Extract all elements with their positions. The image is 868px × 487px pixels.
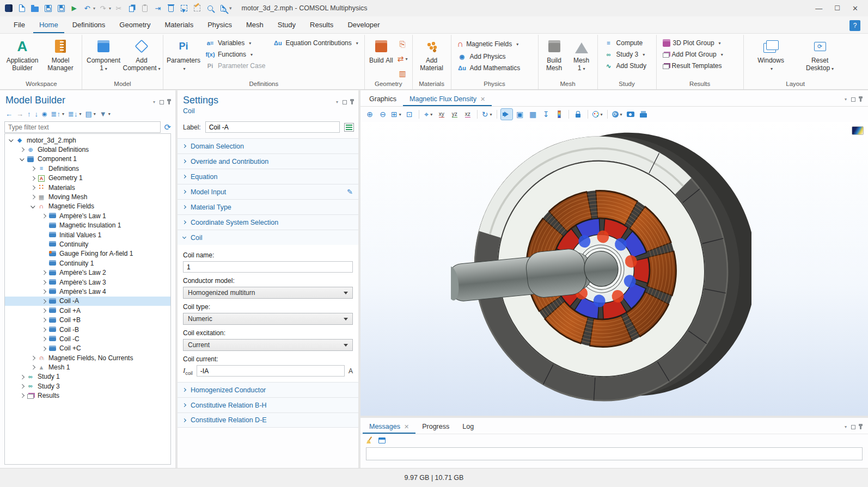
pin-icon[interactable] [351, 100, 353, 104]
create-selection-button[interactable] [344, 123, 354, 132]
clear-selection-icon[interactable] [192, 3, 203, 14]
zoom-in-icon[interactable]: ⊕ [364, 108, 376, 120]
image-effects-icon[interactable]: ▾ [591, 108, 604, 120]
tab-definitions[interactable]: Definitions [66, 17, 112, 33]
tab-physics[interactable]: Physics [201, 17, 238, 33]
search-icon[interactable] [218, 3, 229, 14]
zoom-box-icon[interactable]: ⊞▾ [390, 108, 402, 120]
expander-icon[interactable] [7, 137, 15, 144]
expander-icon[interactable] [29, 165, 37, 172]
section-domain-selection[interactable]: Domain Selection [178, 138, 358, 153]
tab-magnetic-flux-density[interactable]: Magnetic Flux Density✕ [403, 92, 492, 106]
float-panel-icon[interactable] [851, 425, 855, 429]
build-all-button[interactable]: Build All [368, 36, 394, 65]
close-button[interactable]: ✕ [852, 4, 858, 13]
tab-messages[interactable]: Messages✕ [363, 420, 415, 434]
section-coil[interactable]: Coil [178, 230, 358, 245]
new-file-icon[interactable] [16, 3, 27, 14]
move-down-icon[interactable]: ↓ [35, 110, 39, 118]
toolbar-overflow-icon[interactable]: ▾ [229, 5, 232, 11]
panel-menu-icon[interactable]: ▾ [845, 424, 847, 429]
help-button[interactable]: ? [849, 20, 860, 31]
tree-item-root[interactable]: ◆motor_3d_2.mph [5, 135, 170, 145]
tree-item-results[interactable]: Results [5, 391, 170, 400]
color-legend-icon[interactable] [553, 108, 565, 120]
zoom-extents-icon[interactable]: ⊡ [404, 108, 415, 120]
tab-study[interactable]: Study [272, 17, 302, 33]
component-button[interactable]: Component 1▾ [85, 36, 121, 74]
coil-type-select[interactable]: Numeric [183, 313, 353, 325]
geometry-parts-icon[interactable]: ▥ [396, 67, 409, 79]
expander-icon[interactable] [40, 269, 48, 276]
tab-home[interactable]: Home [33, 17, 64, 33]
pin-icon[interactable] [860, 424, 861, 429]
environment-icon[interactable]: ⟳▾ [611, 108, 624, 120]
section-equation[interactable]: Equation [178, 169, 358, 184]
pin-icon[interactable] [860, 97, 861, 102]
tree-item-magnetic-fields-no-currents[interactable]: ∩Magnetic Fields, No Currents [5, 353, 170, 362]
collapse-all-icon[interactable]: ≣↑ [51, 110, 60, 118]
tree-item-study-1[interactable]: ∞Study 1 [5, 372, 170, 381]
expander-icon[interactable] [18, 392, 26, 399]
close-tab-icon[interactable]: ✕ [404, 423, 409, 430]
scene-light-icon[interactable] [500, 108, 513, 120]
pin-icon[interactable] [168, 100, 170, 104]
copy-icon[interactable] [126, 3, 137, 14]
tree-item-amperes-law-3[interactable]: Ampère's Law 3 [5, 278, 170, 287]
tab-progress[interactable]: Progress [415, 420, 456, 434]
section-constitutive-de[interactable]: Constitutive Relation D-E [178, 412, 358, 428]
tab-mesh[interactable]: Mesh [240, 17, 270, 33]
expander-icon[interactable] [29, 193, 37, 201]
run-icon[interactable]: ▶ [69, 3, 80, 14]
coil-excitation-select[interactable]: Current [183, 339, 353, 351]
expander-icon[interactable] [29, 354, 37, 362]
redo-caret[interactable]: ▾ [109, 6, 111, 11]
tree-item-continuity-1[interactable]: Continuity 1 [5, 258, 170, 268]
section-model-input[interactable]: Model Input✎ [178, 184, 358, 199]
section-homogenized-conductor[interactable]: Homogenized Conductor [178, 382, 358, 397]
study3-button[interactable]: ∞Study 3▾ [601, 50, 649, 59]
tree-item-geometry1[interactable]: AGeometry 1 [5, 174, 170, 183]
update-plot-icon[interactable]: ↻▾ [481, 108, 493, 120]
coil-current-input[interactable] [197, 365, 345, 377]
expander-icon[interactable] [29, 174, 37, 182]
rebuild-icon[interactable]: ⇄▾ [396, 53, 409, 65]
expander-icon[interactable] [18, 383, 26, 390]
magnetic-fields-button[interactable]: ∩Magnetic Fields▾ [455, 38, 523, 50]
refresh-icon[interactable]: ⟳ [164, 122, 171, 132]
tree-item-gauge-fixing[interactable]: Gauge Fixing for A-field 1 [5, 249, 170, 258]
tab-graphics[interactable]: Graphics [363, 92, 403, 106]
move-up-icon[interactable]: ↑ [27, 110, 31, 118]
parameters-button[interactable]: Pi Parameters▾ [167, 36, 200, 74]
tab-geometry[interactable]: Geometry [113, 17, 156, 33]
tree-item-amperes-law-4[interactable]: Ampère's Law 4 [5, 287, 170, 296]
tree-item-amperes-law-2[interactable]: Ampère's Law 2 [5, 268, 170, 277]
expander-icon[interactable] [40, 279, 48, 286]
tree-item-magnetic-fields[interactable]: ∩Magnetic Fields [5, 202, 170, 211]
tree-item-coil-minus-a[interactable]: Coil -A [5, 297, 170, 306]
expander-icon[interactable] [29, 184, 37, 192]
tree-item-moving-mesh[interactable]: ▦Moving Mesh [5, 192, 170, 201]
panel-menu-icon[interactable]: ▾ [336, 100, 338, 104]
expander-icon[interactable] [18, 155, 26, 163]
minimize-button[interactable]: — [815, 4, 822, 13]
coil-name-input[interactable] [183, 261, 353, 273]
view-yz-icon[interactable]: yz [449, 108, 461, 120]
windows-button[interactable]: Windows▾ [754, 36, 788, 74]
filter-input[interactable] [4, 121, 161, 133]
functions-button[interactable]: f(x)Functions▾ [203, 50, 268, 59]
compute-button[interactable]: =Compute [601, 38, 649, 48]
expander-icon[interactable] [40, 307, 48, 315]
tree-item-magnetic-insulation-1[interactable]: Magnetic Insulation 1 [5, 221, 170, 230]
clear-messages-icon[interactable] [366, 436, 374, 444]
plot-thumbnail[interactable] [852, 126, 864, 135]
tree-item-global-definitions[interactable]: ⊕Global Definitions [5, 145, 170, 154]
application-builder-button[interactable]: A Application Builder [4, 36, 40, 73]
messages-output[interactable] [366, 447, 863, 460]
float-panel-icon[interactable] [343, 100, 347, 104]
tree-item-continuity[interactable]: Continuity [5, 239, 170, 249]
filter-funnel-icon[interactable]: ▼ [100, 110, 107, 118]
select-box-icon[interactable] [179, 3, 190, 14]
show-axes-icon[interactable]: ↧ [540, 108, 552, 120]
float-panel-icon[interactable] [160, 100, 164, 104]
